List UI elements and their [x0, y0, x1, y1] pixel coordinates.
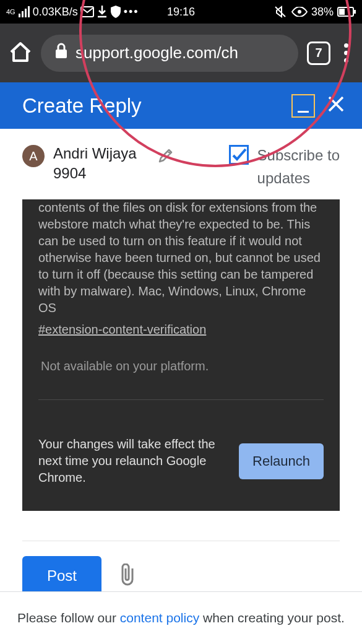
mail-icon	[80, 6, 94, 17]
flag-description: contents of the files on disk for extens…	[38, 199, 324, 321]
chrome-toolbar: support.google.com/ch 7	[0, 24, 362, 82]
eye-icon	[291, 7, 308, 17]
author-row: A Andri Wijaya 9904 Subscribe to updates	[0, 129, 362, 199]
checkbox-checked-icon[interactable]	[229, 145, 249, 165]
signal-icon	[18, 6, 30, 17]
svg-rect-4	[354, 10, 356, 14]
more-indicator: •••	[124, 6, 139, 19]
status-right: 38%	[274, 6, 356, 19]
not-available-label: Not available on your platform.	[38, 338, 324, 399]
post-button[interactable]: Post	[22, 556, 101, 596]
url-bar[interactable]: support.google.com/ch	[41, 35, 298, 72]
download-icon	[97, 6, 108, 18]
reply-title: Create Reply	[22, 94, 142, 118]
clock: 19:16	[167, 6, 195, 19]
embedded-screenshot: contents of the files on disk for extens…	[22, 199, 340, 511]
reply-sheet-header: Create Reply	[0, 82, 362, 129]
attachment-icon[interactable]	[119, 564, 136, 588]
close-button[interactable]	[327, 94, 345, 118]
policy-footer: Please follow our content policy when cr…	[0, 591, 362, 644]
home-icon[interactable]	[9, 41, 32, 65]
author-name: Andri Wijaya 9904	[53, 144, 137, 184]
url-text: support.google.com/ch	[75, 43, 238, 63]
overflow-menu-icon[interactable]	[339, 38, 353, 67]
subscribe-label: Subscribe to updates	[257, 144, 340, 189]
svg-rect-3	[339, 9, 345, 15]
lock-icon	[54, 43, 68, 63]
android-status-bar: 4G 0.03KB/s ••• 19:16 38%	[0, 0, 362, 24]
subscribe-toggle[interactable]: Subscribe to updates	[229, 144, 340, 189]
status-left: 4G 0.03KB/s •••	[6, 6, 139, 19]
avatar: A	[22, 145, 45, 167]
edit-icon[interactable]	[158, 147, 174, 166]
flag-anchor[interactable]: #extension-content-verification	[38, 323, 206, 336]
battery-icon	[337, 7, 356, 17]
relaunch-message: Your changes will take effect the next t…	[38, 436, 225, 486]
mute-icon	[274, 6, 288, 18]
tab-switcher[interactable]: 7	[307, 41, 330, 65]
shield-icon	[110, 6, 121, 18]
svg-point-1	[298, 10, 301, 14]
svg-rect-5	[56, 50, 67, 58]
relaunch-button[interactable]: Relaunch	[239, 443, 324, 479]
data-speed: 0.03KB/s	[33, 6, 78, 19]
network-type-badge: 4G	[6, 9, 15, 15]
content-policy-link[interactable]: content policy	[120, 611, 199, 625]
minimize-button[interactable]	[291, 94, 315, 118]
battery-percent: 38%	[311, 6, 334, 19]
